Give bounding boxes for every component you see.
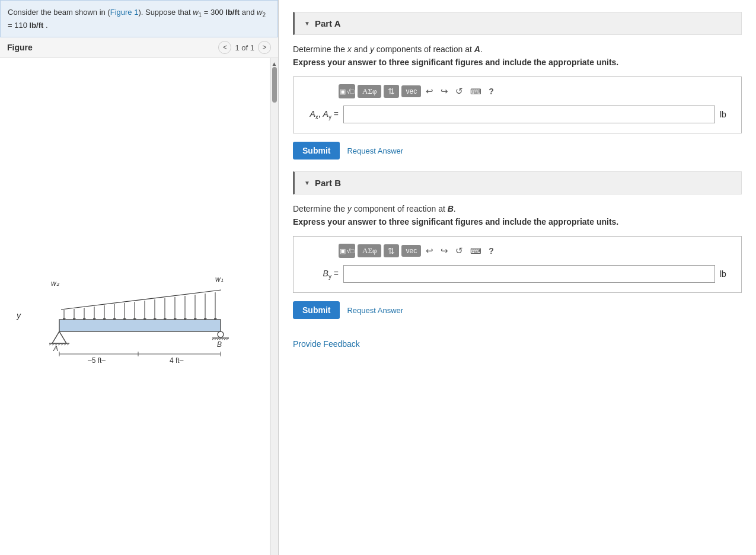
part-b-note: Express your answer to three significant… [293,217,742,227]
figure-link[interactable]: Figure 1 [110,8,139,17]
figure-navigation: < 1 of 1 > [218,41,271,54]
feedback-section: Provide Feedback [293,333,742,349]
part-a-collapse-icon[interactable]: ▼ [304,20,310,27]
radical-icon-b: √□ [347,247,355,254]
part-a-label: Part A [315,18,341,28]
redo-button-b[interactable]: ↪ [438,244,451,257]
figure-title: Figure [7,43,33,52]
left-panel: Consider the beam shown in (Figure 1). S… [0,0,279,555]
svg-rect-21 [59,320,221,331]
part-b-toolbar: ▣ √□ ΑΣφ ⇅ vec ↩ ↪ ↺ ⌨ ? [303,244,732,258]
part-a-note: Express your answer to three significant… [293,58,742,67]
figure-scrollbar[interactable]: ▲ [270,58,278,555]
provide-feedback-link[interactable]: Provide Feedback [293,339,360,349]
matrix-icon-b: ▣ [340,247,346,255]
vec-button-a[interactable]: vec [401,85,421,97]
updown-button-a[interactable]: ⇅ [384,85,399,98]
part-b-input-label: By = [303,269,339,280]
svg-text:B: B [217,340,222,349]
svg-point-32 [218,331,224,337]
part-b-collapse-icon[interactable]: ▼ [304,180,310,186]
svg-text:w₂: w₂ [51,279,60,288]
refresh-button-a[interactable]: ↺ [453,85,465,98]
undo-button-a[interactable]: ↩ [423,85,436,98]
part-a-actions: Submit Request Answer [293,142,742,160]
part-a-body: Determine the x and y components of reac… [293,35,742,160]
greek-button-a[interactable]: ΑΣφ [358,85,381,98]
help-button-a[interactable]: ? [486,85,496,97]
next-figure-button[interactable]: > [258,41,271,54]
part-b-input[interactable] [343,265,715,283]
part-a-section: ▼ Part A Determine the x and y component… [293,12,742,160]
greek-button-b[interactable]: ΑΣφ [358,244,381,257]
refresh-button-b[interactable]: ↺ [453,244,465,257]
part-b-submit-button[interactable]: Submit [293,301,340,319]
svg-text:–5 ft–: –5 ft– [88,356,106,365]
help-button-b[interactable]: ? [486,245,496,257]
svg-text:w₁: w₁ [215,275,224,283]
part-b-section: ▼ Part B Determine the y component of re… [293,171,742,319]
part-b-answer-box: ▣ √□ ΑΣφ ⇅ vec ↩ ↪ ↺ ⌨ ? By = [293,236,742,293]
part-b-body: Determine the y component of reaction at… [293,194,742,319]
part-a-input-label: Ax, Ay = [303,109,339,120]
svg-marker-22 [52,331,66,343]
prev-figure-button[interactable]: < [218,41,231,54]
figure-content: y w₂ w₁ [0,58,270,555]
figure-header: Figure < 1 of 1 > [0,37,278,58]
updown-button-b[interactable]: ⇅ [384,244,399,257]
part-a-submit-button[interactable]: Submit [293,142,340,160]
part-a-answer-box: ▣ √□ ΑΣφ ⇅ vec ↩ ↪ ↺ ⌨ ? Ax, Ay = [293,76,742,133]
radical-icon-a: √□ [347,88,355,95]
part-a-input[interactable] [343,106,715,123]
matrix-icon-a: ▣ [340,88,346,95]
svg-line-3 [61,290,221,310]
part-a-header: ▼ Part A [293,12,742,35]
part-b-label: Part B [315,178,341,188]
vec-button-b[interactable]: vec [401,245,421,257]
part-a-question: Determine the x and y components of reac… [293,44,742,54]
part-a-toolbar: ▣ √□ ΑΣφ ⇅ vec ↩ ↪ ↺ ⌨ ? [303,84,732,98]
right-panel: ▼ Part A Determine the x and y component… [279,0,756,555]
keyboard-button-b[interactable]: ⌨ [468,245,484,257]
svg-text:4 ft–: 4 ft– [170,356,184,365]
matrix-button-b[interactable]: ▣ √□ [339,244,355,258]
part-a-request-answer-link[interactable]: Request Answer [347,146,403,155]
part-a-input-row: Ax, Ay = lb [303,106,732,123]
part-a-unit: lb [720,110,732,119]
scroll-thumb[interactable] [272,67,277,103]
undo-button-b[interactable]: ↩ [423,244,436,257]
scroll-up-arrow[interactable]: ▲ [272,60,277,67]
svg-text:y: y [16,311,21,320]
matrix-button-a[interactable]: ▣ √□ [339,84,355,98]
part-b-header: ▼ Part B [293,171,742,194]
figure-page: 1 of 1 [235,43,254,52]
keyboard-button-a[interactable]: ⌨ [468,86,484,97]
figure-area: Figure < 1 of 1 > y w₂ w₁ [0,37,278,555]
part-b-unit: lb [720,269,732,279]
part-b-actions: Submit Request Answer [293,301,742,319]
part-b-request-answer-link[interactable]: Request Answer [347,306,403,315]
part-b-question: Determine the y component of reaction at… [293,204,742,213]
problem-statement: Consider the beam shown in (Figure 1). S… [0,0,278,37]
part-b-input-row: By = lb [303,265,732,283]
beam-diagram: y w₂ w₁ [11,247,260,366]
redo-button-a[interactable]: ↪ [438,85,451,98]
svg-text:A: A [53,345,58,353]
